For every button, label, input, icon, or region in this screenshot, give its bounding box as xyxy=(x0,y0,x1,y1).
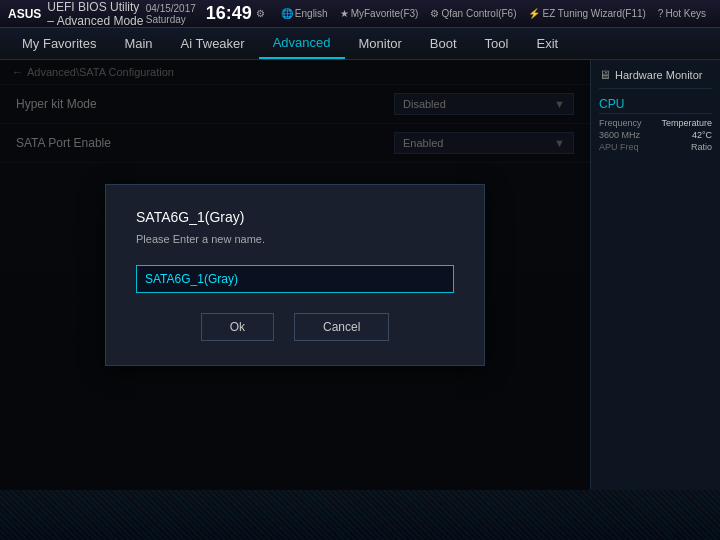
hw-ratio-label: Ratio xyxy=(691,142,712,152)
language-label: English xyxy=(295,8,328,19)
hw-temperature-value: 42°C xyxy=(692,130,712,140)
hw-temperature-label: Temperature xyxy=(661,118,712,128)
nav-advanced[interactable]: Advanced xyxy=(259,28,345,59)
hardware-monitor-panel: 🖥 Hardware Monitor CPU Frequency Tempera… xyxy=(590,60,720,490)
nav-ai-tweaker[interactable]: Ai Tweaker xyxy=(167,28,259,59)
qfan-label: Qfan Control(F6) xyxy=(441,8,516,19)
nav-tool[interactable]: Tool xyxy=(471,28,523,59)
nav-boot[interactable]: Boot xyxy=(416,28,471,59)
dialog-cancel-button[interactable]: Cancel xyxy=(294,313,389,341)
dialog-buttons: Ok Cancel xyxy=(136,313,454,341)
top-bar: ASUS UEFI BIOS Utility – Advanced Mode 0… xyxy=(0,0,720,28)
qfan-icon: ⚙ xyxy=(430,8,439,19)
hw-panel-title: 🖥 Hardware Monitor xyxy=(599,68,712,89)
qfan-tool[interactable]: ⚙ Qfan Control(F6) xyxy=(430,8,516,19)
language-selector[interactable]: 🌐 English xyxy=(281,8,328,19)
bottom-decoration xyxy=(0,490,720,540)
nav-my-favorites[interactable]: My Favorites xyxy=(8,28,110,59)
clock: 16:49 xyxy=(206,3,252,24)
clock-settings-icon[interactable]: ⚙ xyxy=(256,8,265,19)
hw-apu-freq-label: APU Freq xyxy=(599,142,639,152)
asus-logo: ASUS xyxy=(8,7,41,21)
myfavorite-icon: ★ xyxy=(340,8,349,19)
eztuning-tool[interactable]: ⚡ EZ Tuning Wizard(F11) xyxy=(528,8,645,19)
dialog-prompt: Please Enter a new name. xyxy=(136,233,454,245)
hw-panel-title-text: Hardware Monitor xyxy=(615,69,702,81)
language-globe-icon: 🌐 xyxy=(281,8,293,19)
dialog-name-input[interactable] xyxy=(136,265,454,293)
dialog-title: SATA6G_1(Gray) xyxy=(136,209,454,225)
date: 04/15/2017 xyxy=(146,3,196,14)
hotkeys-tool[interactable]: ? Hot Keys xyxy=(658,8,706,19)
nav-exit[interactable]: Exit xyxy=(522,28,572,59)
hw-frequency-value: 3600 MHz xyxy=(599,130,640,140)
hw-frequency-label: Frequency xyxy=(599,118,642,128)
hw-apu-row: APU Freq Ratio xyxy=(599,142,712,152)
monitor-screen-icon: 🖥 xyxy=(599,68,611,82)
myfavorite-tool[interactable]: ★ MyFavorite(F3) xyxy=(340,8,419,19)
nav-bar: My Favorites Main Ai Tweaker Advanced Mo… xyxy=(0,28,720,60)
rename-dialog: SATA6G_1(Gray) Please Enter a new name. … xyxy=(105,184,485,366)
day: Saturday xyxy=(146,14,186,25)
datetime: 04/15/2017 Saturday xyxy=(146,3,196,25)
hotkeys-icon: ? xyxy=(658,8,664,19)
dialog-ok-button[interactable]: Ok xyxy=(201,313,274,341)
hotkeys-label: Hot Keys xyxy=(665,8,706,19)
nav-monitor[interactable]: Monitor xyxy=(345,28,416,59)
eztuning-icon: ⚡ xyxy=(528,8,540,19)
hw-cpu-values-row: 3600 MHz 42°C xyxy=(599,130,712,140)
eztuning-label: EZ Tuning Wizard(F11) xyxy=(542,8,645,19)
myfavorite-label: MyFavorite(F3) xyxy=(351,8,419,19)
title-text: UEFI BIOS Utility – Advanced Mode xyxy=(47,0,145,28)
content-area: ← Advanced\SATA Configuration Hyper kit … xyxy=(0,60,720,490)
dialog-overlay: SATA6G_1(Gray) Please Enter a new name. … xyxy=(0,60,590,490)
hw-cpu-section: CPU xyxy=(599,97,712,114)
nav-main[interactable]: Main xyxy=(110,28,166,59)
main-panel: ← Advanced\SATA Configuration Hyper kit … xyxy=(0,60,590,490)
hw-cpu-header-row: Frequency Temperature xyxy=(599,118,712,128)
